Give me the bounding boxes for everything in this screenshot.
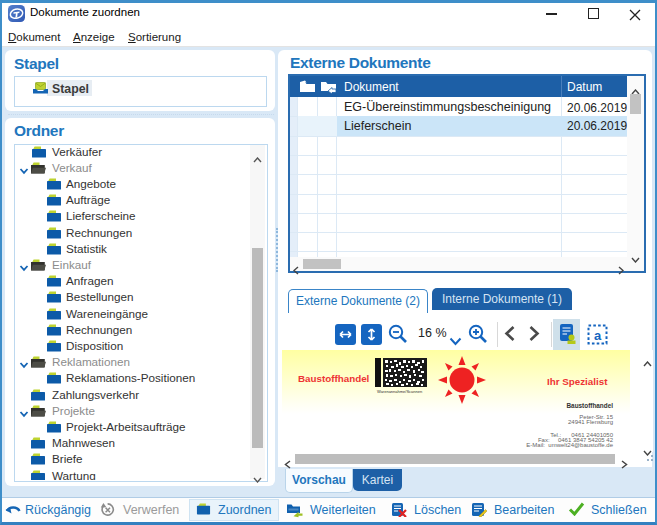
- svg-text:a: a: [594, 328, 602, 343]
- svg-text:Warenannahme/Scannen: Warenannahme/Scannen: [377, 389, 422, 394]
